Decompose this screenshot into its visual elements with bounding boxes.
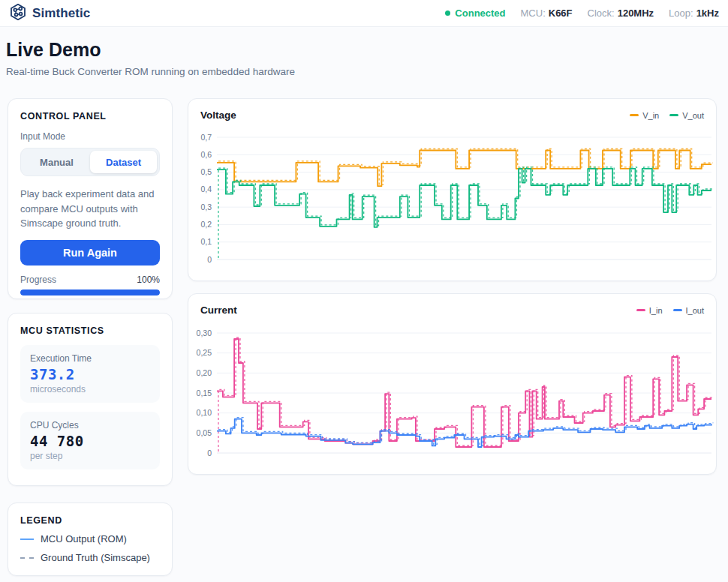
v-in-swatch-icon [630,114,639,116]
control-panel-heading: CONTROL PANEL [20,111,160,122]
solid-line-swatch-icon [20,538,34,540]
dashed-line-swatch-icon [20,557,34,559]
cpu-cycles-stat: CPU Cycles 44 780 per step [20,412,160,470]
i-in-swatch-icon [636,309,645,311]
svg-text:0,1: 0,1 [200,237,212,246]
current-chart-card: Current I_in I_out 00,050,100,150,200,25… [188,293,717,475]
control-panel-card: CONTROL PANEL Input Mode Manual Dataset … [8,98,173,299]
legend-item-ground-truth: Ground Truth (Simscape) [20,552,160,563]
legend-i-out: I_out [673,306,704,315]
legend-heading: LEGEND [20,515,160,526]
page-subtitle: Real-time Buck Converter ROM running on … [6,66,295,77]
svg-text:0,2: 0,2 [200,220,212,229]
v-out-swatch-icon [669,114,678,116]
connection-label: Connected [455,8,505,19]
current-chart-header: Current I_in I_out [188,294,716,316]
page-title: Live Demo [6,39,101,61]
input-mode-label: Input Mode [20,131,160,142]
svg-text:0,6: 0,6 [200,150,212,159]
svg-text:0: 0 [207,448,212,458]
legend-v-out: V_out [669,111,704,120]
metric-loop: Loop: 1kHz [669,8,719,19]
voltage-chart-card: Voltage V_in V_out 00,10,20,30,40,50,60,… [188,98,717,281]
cpu-cycles-value: 44 780 [30,433,150,449]
svg-text:0,7: 0,7 [200,133,212,142]
connection-status: Connected [445,8,505,19]
metric-clock: Clock: 120MHz [588,8,654,19]
brand-logo-icon [9,3,27,24]
mcu-statistics-card: MCU STATISTICS Execution Time 373.2 micr… [8,313,173,486]
app-root: Simthetic Connected MCU: K66F Clock: 120… [0,0,728,582]
mcu-statistics-heading: MCU STATISTICS [20,326,160,336]
svg-text:0,3: 0,3 [200,202,212,212]
voltage-chart-plot: 00,10,20,30,40,50,60,7 [188,128,716,278]
progress-row: Progress 100% [20,274,160,285]
app-header: Simthetic Connected MCU: K66F Clock: 120… [0,0,728,27]
legend-v-in: V_in [630,111,659,120]
progress-label: Progress [20,274,56,285]
brand-name: Simthetic [32,6,90,21]
progress-bar-fill [20,290,160,296]
execution-time-value: 373.2 [30,366,150,382]
input-mode-toggle: Manual Dataset [20,148,160,176]
current-chart-legend: I_in I_out [636,306,704,315]
metric-mcu: MCU: K66F [521,8,573,19]
execution-time-stat: Execution Time 373.2 microseconds [20,345,160,403]
svg-text:0,15: 0,15 [197,388,212,398]
svg-text:0,05: 0,05 [197,428,212,437]
i-out-swatch-icon [673,309,682,311]
current-chart-title: Current [200,304,237,316]
voltage-chart-legend: V_in V_out [630,111,704,120]
header-status-bar: Connected MCU: K66F Clock: 120MHz Loop: … [445,8,719,19]
svg-text:0: 0 [207,255,212,264]
control-panel-description: Play back experiment data and compare MC… [20,187,160,231]
voltage-chart-header: Voltage V_in V_out [188,99,716,121]
legend-card: LEGEND MCU Output (ROM) Ground Truth (Si… [8,502,173,576]
mode-dataset-button[interactable]: Dataset [90,151,157,173]
svg-text:0,4: 0,4 [200,184,212,194]
svg-text:0,10: 0,10 [197,408,212,417]
svg-text:0,5: 0,5 [200,167,212,176]
progress-bar [20,290,160,296]
legend-item-mcu-output: MCU Output (ROM) [20,533,160,544]
voltage-chart-title: Voltage [200,110,236,121]
legend-i-in: I_in [636,306,663,315]
run-again-button[interactable]: Run Again [20,240,160,266]
brand: Simthetic [9,3,90,24]
svg-text:0,25: 0,25 [197,348,212,357]
mode-manual-button[interactable]: Manual [23,151,90,173]
connection-dot-icon [445,10,450,16]
svg-text:0,20: 0,20 [197,368,212,377]
current-chart-plot: 00,050,100,150,200,250,30 [188,322,716,471]
progress-value: 100% [137,274,160,285]
svg-text:0,30: 0,30 [197,328,212,338]
